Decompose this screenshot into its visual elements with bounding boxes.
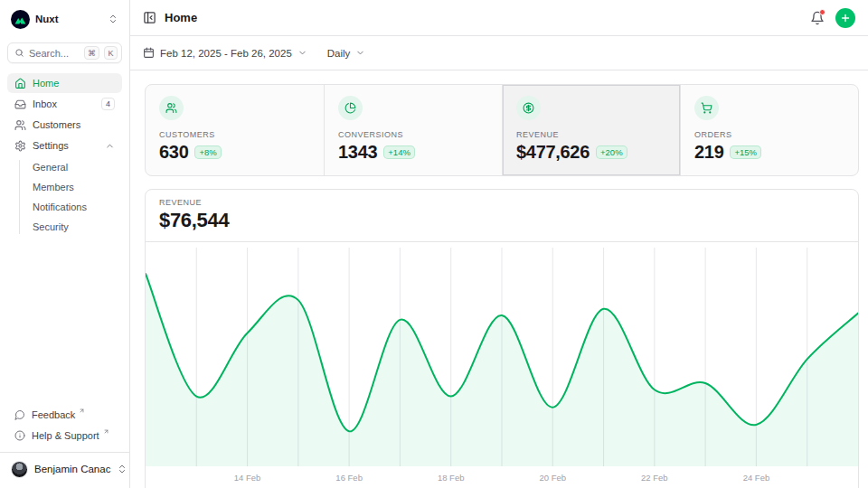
chart-plot-wrap: 14 Feb16 Feb18 Feb20 Feb22 Feb24 Feb — [146, 242, 858, 488]
stat-card-customers[interactable]: CUSTOMERS630+8% — [146, 85, 324, 175]
kbd-cmd: ⌘ — [84, 46, 99, 60]
page-title: Home — [165, 11, 197, 24]
chart-metric-value: $76,544 — [159, 209, 844, 232]
granularity-label: Daily — [327, 48, 351, 59]
stat-delta-badge: +20% — [596, 145, 627, 159]
x-axis-tick-label: 24 Feb — [743, 473, 770, 483]
top-header: Home — [130, 0, 868, 36]
stat-label: REVENUE — [516, 130, 666, 139]
message-circle-icon — [14, 409, 25, 420]
sidebar-item-label: Inbox — [33, 99, 57, 109]
sidebar-item-settings[interactable]: Settings — [7, 136, 122, 155]
main-area: Home Feb 12, 2025 - Feb 26, 2025 Daily — [130, 0, 868, 488]
stat-delta-badge: +14% — [383, 145, 415, 159]
sidebar-subitem-members[interactable]: Members — [33, 177, 122, 197]
dollar-sign-icon — [516, 96, 541, 120]
sidebar-item-label: Home — [33, 78, 59, 89]
date-range-picker[interactable]: Feb 12, 2025 - Feb 26, 2025 — [143, 47, 307, 59]
sidebar-item-label: Customers — [33, 119, 80, 130]
calendar-icon — [143, 47, 155, 59]
header-actions — [810, 8, 855, 28]
stat-card-orders[interactable]: ORDERS219+15% — [680, 85, 858, 175]
date-range-label: Feb 12, 2025 - Feb 26, 2025 — [160, 48, 292, 59]
sidebar: Nuxt Search... ⌘ K HomeInbox4CustomersSe… — [0, 0, 130, 488]
gear-icon — [14, 140, 26, 152]
stat-card-conversions[interactable]: CONVERSIONS1343+14% — [324, 85, 502, 175]
sidebar-link-label: Feedback — [32, 409, 75, 420]
chevron-down-icon — [355, 48, 365, 58]
notifications-button[interactable] — [810, 11, 825, 25]
search-input[interactable]: Search... ⌘ K — [7, 42, 122, 63]
sidebar-item-customers[interactable]: Customers — [7, 115, 122, 135]
sidebar-link-feedback[interactable]: Feedback — [7, 405, 122, 425]
chevron-up-icon — [105, 141, 115, 151]
notification-dot — [819, 9, 826, 15]
chart-metric-label: REVENUE — [159, 198, 844, 207]
x-axis-tick-label: 20 Feb — [539, 473, 566, 483]
sidebar-item-home[interactable]: Home — [7, 73, 122, 93]
search-placeholder: Search... — [29, 48, 80, 59]
sidebar-item-label: Settings — [33, 140, 69, 151]
chart-svg — [146, 248, 858, 466]
x-axis-tick-label: 22 Feb — [641, 473, 668, 483]
brand-name: Nuxt — [35, 14, 59, 24]
stat-value: 630 — [159, 142, 188, 163]
nuxt-logo-icon — [11, 10, 30, 29]
sidebar-subitem-general[interactable]: General — [33, 157, 122, 177]
chart-header: REVENUE $76,544 — [146, 190, 858, 242]
user-menu[interactable]: Benjamin Canac — [7, 457, 122, 481]
user-section: Benjamin Canac — [0, 452, 129, 481]
granularity-select[interactable]: Daily — [327, 48, 366, 59]
home-icon — [14, 78, 26, 89]
x-axis-tick-label: 18 Feb — [438, 473, 465, 483]
panel-left-close-icon[interactable] — [143, 11, 156, 24]
inbox-icon — [14, 99, 26, 110]
stat-value: $477,626 — [516, 142, 590, 163]
sidebar-nav: HomeInbox4CustomersSettingsGeneralMember… — [7, 73, 122, 239]
stat-delta-badge: +8% — [194, 145, 221, 159]
stat-value: 1343 — [338, 142, 377, 163]
pie-chart-icon — [338, 96, 363, 120]
chart-x-axis: 14 Feb16 Feb18 Feb20 Feb22 Feb24 Feb — [146, 466, 858, 488]
stat-label: CUSTOMERS — [159, 130, 310, 139]
stat-label: ORDERS — [694, 130, 844, 139]
stat-value: 219 — [694, 142, 723, 163]
kbd-k: K — [104, 46, 118, 60]
user-avatar — [11, 461, 28, 478]
sidebar-item-inbox[interactable]: Inbox4 — [7, 94, 122, 114]
chevron-down-icon — [297, 48, 307, 58]
search-icon — [14, 48, 24, 58]
users-icon — [159, 96, 184, 120]
stat-card-revenue[interactable]: REVENUE$477,626+20% — [502, 85, 680, 175]
add-button[interactable] — [835, 8, 855, 28]
cart-icon — [694, 96, 719, 120]
x-axis-tick-label: 16 Feb — [335, 473, 363, 483]
arrow-up-right-icon — [79, 408, 85, 414]
info-icon — [14, 430, 25, 441]
chevrons-up-down-icon — [108, 14, 118, 24]
stat-label: CONVERSIONS — [338, 130, 488, 139]
app-window: Nuxt Search... ⌘ K HomeInbox4CustomersSe… — [0, 0, 868, 488]
page-content: CUSTOMERS630+8%CONVERSIONS1343+14%REVENU… — [130, 70, 868, 488]
revenue-area-chart — [146, 248, 858, 466]
arrow-up-right-icon — [103, 428, 109, 435]
revenue-chart-card: REVENUE $76,544 14 Feb16 Feb18 Feb20 Feb… — [145, 189, 859, 488]
sidebar-link-label: Help & Support — [32, 430, 99, 441]
sidebar-link-help-support[interactable]: Help & Support — [7, 426, 122, 446]
chevrons-up-down-icon — [117, 464, 127, 474]
users-icon — [14, 119, 26, 131]
user-name: Benjamin Canac — [34, 464, 110, 474]
stats-grid: CUSTOMERS630+8%CONVERSIONS1343+14%REVENU… — [145, 84, 859, 176]
x-axis-tick-label: 14 Feb — [234, 473, 261, 483]
sidebar-subitem-security[interactable]: Security — [33, 217, 122, 237]
team-selector[interactable]: Nuxt — [7, 7, 122, 31]
stat-delta-badge: +15% — [730, 145, 761, 159]
inbox-count-badge: 4 — [101, 98, 115, 110]
sidebar-subitem-notifications[interactable]: Notifications — [33, 197, 122, 217]
settings-submenu: GeneralMembersNotificationsSecurity — [7, 157, 122, 237]
filters-toolbar: Feb 12, 2025 - Feb 26, 2025 Daily — [130, 36, 868, 70]
sidebar-footer: FeedbackHelp & Support — [7, 405, 122, 448]
plus-icon — [840, 13, 851, 23]
